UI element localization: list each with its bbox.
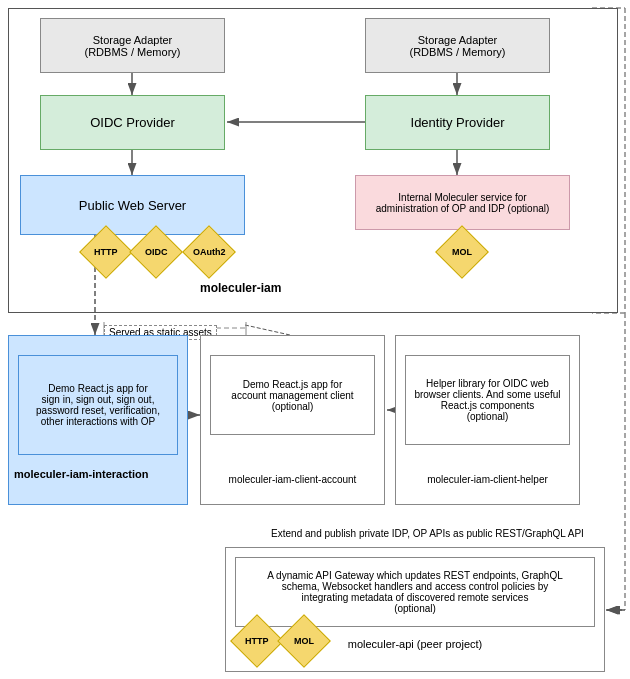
identity-provider-box: Identity Provider — [365, 95, 550, 150]
client-helper-inner-box: Helper library for OIDC web browser clie… — [405, 355, 570, 445]
api-inner-box: A dynamic API Gateway which updates REST… — [235, 557, 595, 627]
public-web-server-box: Public Web Server — [20, 175, 245, 235]
http-api-diamond: HTTP — [230, 614, 284, 668]
interaction-inner-box: Demo React.js app for sign in, sign out,… — [18, 355, 178, 455]
storage-adapter-left: Storage Adapter (RDBMS / Memory) — [40, 18, 225, 73]
mol-api-diamond: MOL — [277, 614, 331, 668]
mol-internal-diamond-container: MOL — [443, 233, 481, 271]
http-api-diamond-container: HTTP — [238, 622, 276, 660]
mol-internal-diamond: MOL — [435, 225, 489, 279]
storage-adapter-right: Storage Adapter (RDBMS / Memory) — [365, 18, 550, 73]
internal-moleculer-box: Internal Moleculer service for administr… — [355, 175, 570, 230]
main-label: moleculer-iam — [200, 281, 281, 295]
client-account-label: moleculer-iam-client-account — [205, 474, 380, 485]
oidc-diamond-container: OIDC — [137, 233, 175, 271]
oauth2-diamond: OAuth2 — [182, 225, 236, 279]
svg-line-18 — [245, 325, 290, 335]
client-account-inner-box: Demo React.js app for account management… — [210, 355, 375, 435]
interaction-label: moleculer-iam-interaction — [14, 468, 148, 480]
client-helper-label: moleculer-iam-client-helper — [400, 474, 575, 485]
oauth2-diamond-container: OAuth2 — [190, 233, 228, 271]
diagram-container: Storage Adapter (RDBMS / Memory) Storage… — [0, 0, 630, 679]
oidc-provider-box: OIDC Provider — [40, 95, 225, 150]
mol-api-diamond-container: MOL — [285, 622, 323, 660]
oidc-diamond: OIDC — [129, 225, 183, 279]
extend-label: Extend and publish private IDP, OP APIs … — [235, 528, 620, 539]
http-diamond: HTTP — [79, 225, 133, 279]
http-diamond-container: HTTP — [87, 233, 125, 271]
